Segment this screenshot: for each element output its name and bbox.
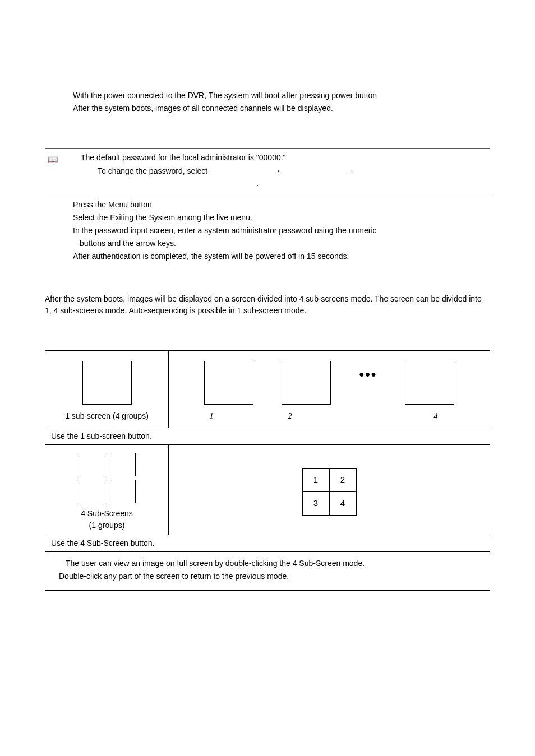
intro-line-2: After the system boots, images of all co… bbox=[73, 103, 490, 114]
info-line-2: To change the password, select → → bbox=[81, 165, 490, 178]
info-line-1: The default password for the local admin… bbox=[81, 152, 490, 164]
info-dot: . bbox=[25, 178, 490, 189]
figure-row-1-right: ●●● 1 2 4 bbox=[169, 351, 490, 428]
grid-cell-2: 2 bbox=[329, 468, 357, 492]
row1-left-label: 1 sub-screen (4 groups) bbox=[51, 410, 163, 422]
info-box: 📖 The default password for the local adm… bbox=[45, 148, 490, 194]
arrow-icon: → bbox=[346, 165, 354, 178]
info-text: The default password for the local admin… bbox=[81, 152, 490, 189]
intro-line-1: With the power connected to the DVR, The… bbox=[73, 90, 490, 101]
grid-cell-1: 1 bbox=[302, 468, 330, 492]
screen-item-1 bbox=[204, 361, 253, 405]
row2-instruction: Use the 4 Sub-Screen button. bbox=[45, 535, 490, 552]
info-line-2a: To change the password, select bbox=[98, 165, 207, 177]
num-4: 4 bbox=[422, 410, 450, 422]
step-3b: buttons and the arrow keys. bbox=[80, 238, 490, 249]
arrow-icon: → bbox=[273, 165, 281, 178]
figure-row-1-left: 1 sub-screen (4 groups) bbox=[45, 351, 169, 428]
dots-icon: ●●● bbox=[359, 368, 377, 381]
number-row: 1 2 4 bbox=[174, 410, 484, 422]
figure-row-2-left: 4 Sub-Screens (1 groups) bbox=[45, 445, 169, 535]
row2-left-label-b: (1 groups) bbox=[51, 520, 163, 531]
intro-block: With the power connected to the DVR, The… bbox=[73, 90, 490, 114]
grid-numbered: 1 2 3 4 bbox=[302, 469, 356, 516]
multi-screen-row: ●●● bbox=[174, 361, 484, 405]
screen-item-4 bbox=[405, 361, 454, 405]
num-1: 1 bbox=[197, 410, 225, 422]
grid-empty bbox=[79, 453, 136, 503]
steps-block: Press the Menu button Select the Exiting… bbox=[73, 199, 490, 262]
screen-item-2 bbox=[282, 361, 331, 405]
note-line-2: Double-click any part of the screen to r… bbox=[59, 571, 482, 582]
row1-instruction: Use the 1 sub-screen button. bbox=[45, 428, 490, 445]
step-2: Select the Exiting the System among the … bbox=[73, 212, 490, 224]
figure-row-2: 4 Sub-Screens (1 groups) 1 2 3 4 bbox=[45, 445, 490, 535]
figure-row-1: 1 sub-screen (4 groups) ●●● 1 2 4 bbox=[45, 351, 490, 428]
single-screen-box bbox=[82, 361, 132, 405]
book-icon: 📖 bbox=[48, 153, 58, 166]
note-line-1: The user can view an image on full scree… bbox=[66, 558, 482, 569]
step-1: Press the Menu button bbox=[73, 199, 490, 211]
figure-table: 1 sub-screen (4 groups) ●●● 1 2 4 bbox=[45, 350, 490, 591]
figure-row-2-right: 1 2 3 4 bbox=[169, 445, 490, 535]
num-2: 2 bbox=[276, 410, 304, 422]
subscreen-description: After the system boots, images will be d… bbox=[45, 293, 490, 317]
step-4: After authentication is completed, the s… bbox=[73, 251, 490, 262]
bottom-note: The user can view an image on full scree… bbox=[45, 552, 490, 590]
grid-cell-3: 3 bbox=[302, 491, 330, 516]
step-3: In the password input screen, enter a sy… bbox=[73, 225, 490, 236]
grid-cell-4: 4 bbox=[329, 491, 357, 516]
row2-left-label-a: 4 Sub-Screens bbox=[51, 508, 163, 520]
